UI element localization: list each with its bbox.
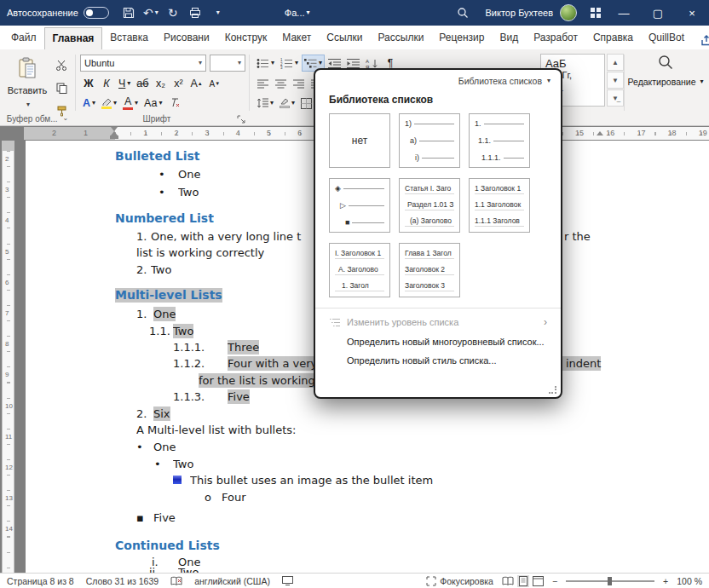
autosave-toggle[interactable] — [84, 7, 109, 19]
right-indent-marker[interactable] — [597, 131, 603, 135]
search-button[interactable] — [452, 3, 473, 23]
doc-text: Four — [222, 490, 246, 504]
close-button[interactable]: × — [675, 0, 709, 26]
word-count[interactable]: Слово 31 из 1639 — [86, 576, 159, 586]
italic-button[interactable]: К — [98, 75, 115, 92]
zoom-in-button[interactable]: + — [663, 576, 668, 586]
tab-Рисовани[interactable]: Рисовани — [156, 27, 217, 49]
font-dialog-launcher[interactable] — [237, 114, 245, 123]
print-layout-button[interactable] — [517, 575, 529, 587]
gallery-down-button[interactable]: ▼ — [607, 72, 624, 89]
avatar[interactable] — [560, 4, 577, 21]
shading-button[interactable]: ▾ — [277, 95, 297, 112]
tab-Ссылки[interactable]: Ссылки — [319, 27, 370, 49]
tab-Справка[interactable]: Справка — [585, 27, 641, 49]
text-effects-letter: А — [83, 97, 90, 109]
clear-formatting-button[interactable] — [166, 95, 183, 112]
highlight-color-button[interactable]: ▾ — [99, 95, 119, 112]
list-preview-line: 1) — [405, 119, 454, 128]
document-title[interactable]: Фа...▾ — [285, 8, 310, 18]
text-effects-button[interactable]: А▾ — [80, 95, 98, 112]
maximize-button[interactable]: ▢ — [641, 0, 675, 26]
paste-button[interactable]: Вставить ▾ — [5, 54, 49, 112]
tab-Файл[interactable]: Файл — [3, 27, 44, 49]
tab-Вид[interactable]: Вид — [492, 27, 526, 49]
tab-Конструк[interactable]: Конструк — [217, 27, 275, 49]
list-style-option-7[interactable]: Глава 1 ЗаголЗаголовок 2Заголовок 3 — [399, 243, 460, 297]
vertical-ruler[interactable]: 234567891011121314 — [2, 141, 14, 573]
list-style-option-6[interactable]: I. Заголовок 1А. Заголово1. Загол — [329, 243, 390, 297]
zoom-level[interactable]: 100 % — [677, 576, 702, 586]
doc-text: Multi-level Lists — [115, 288, 222, 303]
share-button[interactable]: Поделиться — [692, 31, 709, 49]
list-style-option-5[interactable]: 1 Заголовок 11.1 Заголовок1.1.1 Заголов — [469, 178, 530, 233]
list-style-option-1[interactable]: 1)а)i) — [399, 113, 460, 168]
change-case-button[interactable]: Аа▾ — [141, 95, 164, 112]
numbering-button[interactable]: 123 ▾ — [278, 55, 301, 72]
tab-QuillBot[interactable]: QuillBot — [641, 27, 692, 49]
zoom-slider-thumb[interactable] — [608, 577, 612, 585]
ruler-number: 2 — [174, 129, 178, 137]
focus-mode-button[interactable]: Фокусировка — [426, 576, 493, 586]
minimize-button[interactable]: — — [607, 0, 641, 26]
grow-font-button[interactable]: А▲ — [187, 75, 205, 92]
chevron-down-icon: ▾ — [700, 78, 703, 85]
apps-grid-button[interactable] — [585, 3, 606, 23]
zoom-slider[interactable] — [566, 580, 654, 582]
editing-group[interactable]: Редактирование▾ — [627, 55, 704, 87]
document-title-text: Фа... — [285, 8, 305, 18]
user-name[interactable]: Виктор Бухтеев — [486, 8, 553, 18]
define-new-multilevel-list-item[interactable]: Определить новый многоуровневый список..… — [315, 332, 561, 351]
tab-Макет[interactable]: Макет — [274, 27, 319, 49]
display-settings-button[interactable] — [282, 576, 293, 585]
tab-Рецензир[interactable]: Рецензир — [431, 27, 492, 49]
line-spacing-button[interactable]: ▾ — [254, 95, 276, 112]
read-mode-button[interactable] — [502, 575, 514, 587]
gallery-up-button[interactable]: ▲ — [607, 54, 624, 71]
define-new-list-style-item[interactable]: Определить новый стиль списка... — [315, 351, 561, 370]
ruler-number: 1 — [143, 129, 147, 137]
copy-button[interactable] — [53, 79, 70, 96]
superscript-button[interactable]: х² — [170, 75, 187, 92]
align-center-button[interactable] — [272, 75, 289, 92]
clipboard-group-label[interactable]: Буфер обм... ⌄ — [2, 112, 73, 124]
tab-Вставка[interactable]: Вставка — [102, 27, 156, 49]
print-button[interactable] — [185, 3, 205, 23]
zoom-out-button[interactable]: − — [552, 576, 557, 586]
tab-Главная[interactable]: Главная — [44, 27, 103, 49]
align-right-button[interactable] — [290, 75, 307, 92]
resize-grip[interactable] — [549, 386, 556, 394]
list-style-option-2[interactable]: 1.1.1.1.1.1. — [469, 113, 530, 168]
bullets-button[interactable]: ▾ — [254, 55, 277, 72]
page-indicator[interactable]: Страница 8 из 8 — [7, 576, 74, 586]
language-indicator[interactable]: английский (США) — [194, 576, 270, 586]
underline-button[interactable]: Ч▾ — [116, 75, 133, 92]
font-color-button[interactable]: А ▾ — [120, 95, 141, 112]
list-marker: 1.1. — [149, 324, 173, 338]
list-style-option-4[interactable]: Статья I. ЗагоРаздел 1.01 З(а) Заголово — [399, 178, 460, 233]
list-style-option-0[interactable]: нет — [329, 113, 390, 168]
font-size-combo[interactable]: ▾ — [210, 55, 245, 72]
strikethrough-button[interactable]: аб — [134, 75, 151, 92]
change-list-level-item[interactable]: Изменить уровень списка› — [315, 312, 561, 332]
align-left-button[interactable] — [254, 75, 271, 92]
shrink-font-button[interactable]: А▼ — [206, 75, 223, 92]
list-library-collapse-header[interactable]: Библиотека списков ▾ — [315, 70, 561, 86]
list-style-option-3[interactable]: ◈▷■ — [329, 178, 390, 233]
doc-text: Two — [173, 324, 193, 338]
cut-button[interactable] — [53, 56, 70, 73]
redo-button[interactable]: ↻ — [163, 3, 183, 23]
undo-button[interactable]: ↶▾ — [141, 3, 161, 23]
tab-Рассылки[interactable]: Рассылки — [371, 27, 432, 49]
list-preview-text: Статья I. Заго — [405, 184, 454, 194]
bold-button[interactable]: Ж — [80, 75, 97, 92]
subscript-button[interactable]: х₂ — [152, 75, 169, 92]
web-layout-button[interactable] — [533, 575, 544, 587]
save-button[interactable] — [118, 3, 139, 23]
left-indent-marker[interactable] — [110, 135, 118, 139]
proofing-status[interactable] — [170, 576, 182, 586]
tab-Разработ[interactable]: Разработ — [526, 27, 585, 49]
quick-access-more-button[interactable]: ▾ — [207, 3, 228, 23]
gallery-more-button[interactable]: ▼̲ — [607, 89, 624, 107]
font-name-combo[interactable]: Ubuntu ▾ — [80, 55, 206, 72]
